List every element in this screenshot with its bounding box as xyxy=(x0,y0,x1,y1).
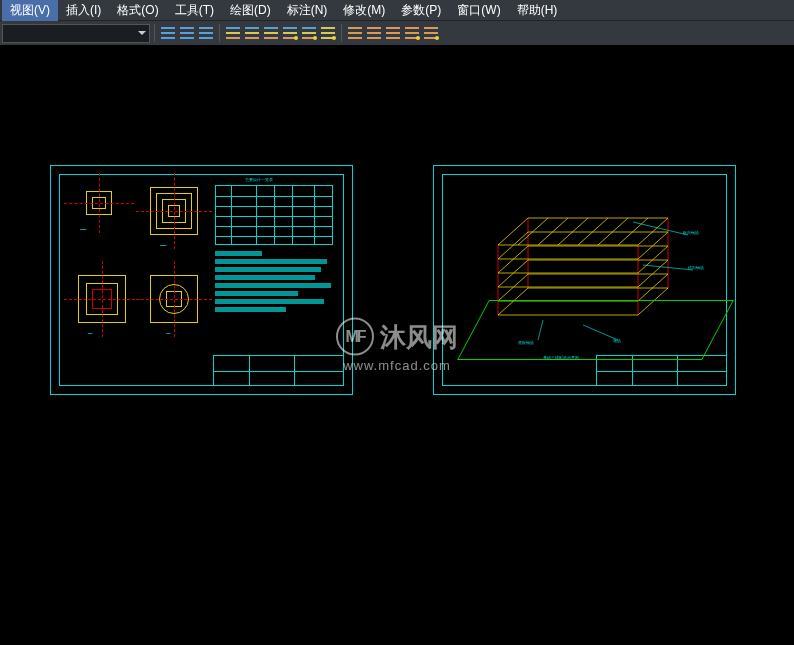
svg-line-28 xyxy=(518,218,548,245)
svg-line-6 xyxy=(498,218,528,245)
align-right-icon xyxy=(199,27,213,39)
menu-help[interactable]: 帮助(H) xyxy=(509,0,566,21)
leader-tool-3-button[interactable] xyxy=(384,24,402,42)
align-center-button[interactable] xyxy=(178,24,196,42)
view-caption: ━━ xyxy=(88,331,92,336)
svg-line-31 xyxy=(578,218,608,245)
svg-line-23 xyxy=(638,260,668,287)
layer-tool-3-button[interactable] xyxy=(262,24,280,42)
menu-window[interactable]: 窗口(W) xyxy=(449,0,508,21)
schedule-table xyxy=(215,185,333,245)
menu-insert[interactable]: 插入(I) xyxy=(58,0,109,21)
layer-tool-5-button[interactable] xyxy=(300,24,318,42)
rebar-label-1: 纵向钢筋 xyxy=(683,230,699,235)
toolbar xyxy=(0,21,794,45)
toolbar-divider xyxy=(219,24,220,42)
layer-tool-2-button[interactable] xyxy=(243,24,261,42)
chevron-down-icon xyxy=(138,31,146,35)
svg-line-20 xyxy=(498,246,528,273)
leader-tool-4-button[interactable] xyxy=(403,24,421,42)
layer-icon xyxy=(264,27,278,39)
svg-line-34 xyxy=(633,222,688,235)
menu-dimension[interactable]: 标注(N) xyxy=(279,0,336,21)
leader-icon xyxy=(348,27,362,39)
menu-draw[interactable]: 绘图(D) xyxy=(222,0,279,21)
drawing-sheet-2: 纵向钢筋 横向钢筋 箍筋 底板钢筋 基础三维配筋示意图 xyxy=(433,165,736,395)
menu-modify[interactable]: 修改(M) xyxy=(335,0,393,21)
svg-line-22 xyxy=(498,260,528,287)
align-right-button[interactable] xyxy=(197,24,215,42)
detail-view-2: ━━━ xyxy=(150,187,198,235)
svg-line-24 xyxy=(498,274,528,301)
svg-line-21 xyxy=(638,246,668,273)
menu-tools[interactable]: 工具(T) xyxy=(167,0,222,21)
rebar-cage-3d: 纵向钢筋 横向钢筋 箍筋 底板钢筋 基础三维配筋示意图 xyxy=(483,210,708,350)
align-center-icon xyxy=(180,27,194,39)
notes-panel: 主要设计一览表 xyxy=(215,185,333,335)
view-caption: ━━ xyxy=(166,331,170,336)
leader-icon xyxy=(424,27,438,39)
rebar-label-3: 箍筋 xyxy=(613,338,621,343)
svg-line-30 xyxy=(558,218,588,245)
detail-view-4: ━━ xyxy=(150,275,198,323)
drawing-sheet-1: 主要设计一览表 ━━━ xyxy=(50,165,353,395)
ground-plane xyxy=(457,300,734,360)
leader-icon xyxy=(367,27,381,39)
leader-icon xyxy=(386,27,400,39)
menu-view[interactable]: 视图(V) xyxy=(2,0,58,21)
align-left-icon xyxy=(161,27,175,39)
sheet-frame: 纵向钢筋 横向钢筋 箍筋 底板钢筋 基础三维配筋示意图 xyxy=(442,174,727,386)
layer-tool-6-button[interactable] xyxy=(319,24,337,42)
layer-tool-1-button[interactable] xyxy=(224,24,242,42)
table-title: 主要设计一览表 xyxy=(245,177,273,182)
layer-icon xyxy=(226,27,240,39)
leader-tool-5-button[interactable] xyxy=(422,24,440,42)
svg-line-32 xyxy=(598,218,628,245)
rebar-label-2: 横向钢筋 xyxy=(688,265,704,270)
detail-view-1: ━━━ xyxy=(78,187,120,219)
sheet-frame: 主要设计一览表 ━━━ xyxy=(59,174,344,386)
view-caption: ━━━ xyxy=(160,243,166,248)
svg-line-7 xyxy=(638,218,668,245)
rebar-label-4: 底板钢筋 xyxy=(518,340,534,345)
align-left-button[interactable] xyxy=(159,24,177,42)
layer-tool-4-button[interactable] xyxy=(281,24,299,42)
view-caption: 基础三维配筋示意图 xyxy=(543,355,579,360)
leader-tool-1-button[interactable] xyxy=(346,24,364,42)
layer-icon xyxy=(321,27,335,39)
drawing-canvas[interactable]: 主要设计一览表 ━━━ xyxy=(0,45,794,645)
toolbar-divider xyxy=(341,24,342,42)
leader-icon xyxy=(405,27,419,39)
leader-tool-2-button[interactable] xyxy=(365,24,383,42)
menu-parametric[interactable]: 参数(P) xyxy=(393,0,449,21)
layer-icon xyxy=(283,27,297,39)
svg-line-25 xyxy=(638,274,668,301)
notes-text xyxy=(215,251,333,312)
menu-bar: 视图(V) 插入(I) 格式(O) 工具(T) 绘图(D) 标注(N) 修改(M… xyxy=(0,0,794,21)
svg-line-29 xyxy=(538,218,568,245)
svg-line-19 xyxy=(638,232,668,259)
toolbar-divider xyxy=(154,24,155,42)
layer-icon xyxy=(302,27,316,39)
detail-view-3: ━━ xyxy=(78,275,126,323)
view-caption: ━━━ xyxy=(80,227,86,232)
layer-dropdown[interactable] xyxy=(2,24,150,43)
title-block xyxy=(213,355,343,385)
menu-format[interactable]: 格式(O) xyxy=(109,0,166,21)
layer-icon xyxy=(245,27,259,39)
svg-line-18 xyxy=(498,232,528,259)
